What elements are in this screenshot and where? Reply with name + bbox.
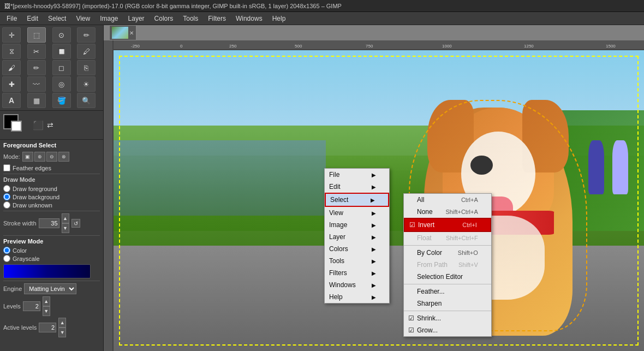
- menu-tools[interactable]: Tools: [178, 14, 202, 23]
- sub-none[interactable]: None Shift+Ctrl+A: [404, 206, 491, 218]
- preview-color-radio[interactable]: [3, 247, 10, 254]
- sub-invert-shortcut: Ctrl+I: [462, 222, 477, 228]
- ctx-help[interactable]: Help ▶: [325, 291, 389, 303]
- levels-down[interactable]: ▼: [43, 306, 50, 316]
- sub-frompath[interactable]: From Path Shift+V: [404, 259, 491, 271]
- ctx-filters[interactable]: Filters ▶: [325, 267, 389, 279]
- tool-fill[interactable]: 🪣: [52, 93, 71, 108]
- menu-select[interactable]: Select: [44, 14, 70, 23]
- sub-seleditor[interactable]: Selection Editor: [404, 271, 491, 283]
- menu-windows[interactable]: Windows: [231, 14, 267, 23]
- active-levels-down[interactable]: ▼: [58, 328, 66, 337]
- sub-feather-check: [408, 288, 417, 295]
- mode-icons: ▣ ⊕ ⊖ ⊗: [22, 152, 69, 162]
- tool-foreground-select[interactable]: 🔲: [52, 44, 71, 59]
- tool-rect-select[interactable]: ⬚: [27, 27, 46, 43]
- sub-feather[interactable]: Feather...: [404, 285, 491, 298]
- sub-float[interactable]: Float Shift+Ctrl+F: [404, 232, 491, 244]
- menu-edit[interactable]: Edit: [22, 14, 43, 23]
- sub-grow[interactable]: ☑ Grow...: [404, 324, 491, 336]
- tool-blur[interactable]: ◎: [52, 76, 71, 92]
- sub-sharpen[interactable]: Sharpen: [404, 298, 491, 310]
- mode-replace[interactable]: ▣: [22, 152, 33, 162]
- tool-dodge[interactable]: ☀: [77, 76, 96, 92]
- ctx-filters-label: Filters: [329, 269, 347, 277]
- active-levels-input[interactable]: [39, 323, 56, 332]
- ctx-view[interactable]: View ▶: [325, 207, 389, 219]
- canvas-area[interactable]: ✕ -250 0 250 500 750 1000 1250 1500: [104, 25, 644, 351]
- menu-layer[interactable]: Layer: [124, 14, 149, 23]
- sub-bycolor[interactable]: By Color Shift+O: [404, 247, 491, 259]
- tool-paint[interactable]: 🖌: [2, 60, 21, 75]
- tool-paths[interactable]: 🖊: [77, 44, 96, 59]
- ctx-image[interactable]: Image ▶: [325, 219, 389, 231]
- mode-subtract[interactable]: ⊖: [46, 152, 57, 162]
- menu-image[interactable]: Image: [96, 14, 122, 23]
- tool-fuzzy-select[interactable]: ⧖: [2, 44, 21, 59]
- active-levels-row: Active levels ▲ ▼: [3, 318, 100, 337]
- sub-float-shortcut: Shift+Ctrl+F: [446, 235, 478, 241]
- ctx-image-label: Image: [329, 221, 347, 229]
- tab-close-button[interactable]: ✕: [129, 30, 134, 36]
- sub-feather-label: Feather...: [417, 288, 467, 295]
- preview-color-option: Color: [3, 247, 100, 254]
- tool-eraser[interactable]: ◻: [52, 60, 71, 75]
- tool-text[interactable]: A: [2, 93, 21, 108]
- stroke-width-reset[interactable]: ↺: [71, 219, 80, 228]
- preview-grayscale-option: Grayscale: [3, 255, 100, 262]
- ctx-select[interactable]: Select ▶: [325, 193, 389, 207]
- mode-add[interactable]: ⊕: [34, 152, 45, 162]
- background-color[interactable]: [11, 121, 22, 132]
- tool-zoom[interactable]: 🔍: [77, 93, 96, 108]
- sub-shrink-label: Shrink...: [417, 314, 467, 322]
- tool-free-select[interactable]: ✏: [77, 27, 96, 43]
- tool-smudge[interactable]: 〰: [27, 76, 46, 92]
- tool-move[interactable]: ✛: [2, 27, 21, 43]
- levels-input[interactable]: [23, 301, 40, 311]
- stroke-width-up[interactable]: ▲: [62, 213, 69, 223]
- menu-file[interactable]: File: [2, 14, 21, 23]
- draw-foreground-radio[interactable]: [3, 185, 10, 192]
- stroke-width-input[interactable]: [39, 218, 59, 228]
- ctx-layer[interactable]: Layer ▶: [325, 231, 389, 243]
- menu-colors[interactable]: Colors: [150, 14, 178, 23]
- draw-unknown-radio[interactable]: [3, 201, 10, 209]
- tool-gradient[interactable]: ▦: [27, 93, 46, 108]
- sub-invert[interactable]: ☑ Invert Ctrl+I: [404, 218, 491, 232]
- draw-background-radio[interactable]: [3, 193, 10, 200]
- stroke-width-row: Stroke width ▲ ▼ ↺: [3, 213, 100, 233]
- divider2: [3, 211, 100, 211]
- titlebar-text: *[pexels-hnoody93-58997] (imported)-17.0…: [10, 3, 342, 9]
- tool-ellipse-select[interactable]: ⊙: [52, 27, 71, 43]
- sub-frompath-shortcut: Shift+V: [458, 261, 478, 268]
- mode-intersect[interactable]: ⊗: [58, 152, 69, 162]
- preview-grayscale-radio[interactable]: [3, 255, 10, 262]
- image-tab: ✕: [109, 25, 136, 40]
- ctx-windows[interactable]: Windows ▶: [325, 279, 389, 291]
- stroke-width-down[interactable]: ▼: [62, 223, 69, 233]
- menu-view[interactable]: View: [71, 14, 94, 23]
- menu-help[interactable]: Help: [268, 14, 290, 23]
- menu-filters[interactable]: Filters: [204, 14, 230, 23]
- feather-edges-checkbox[interactable]: [3, 164, 10, 171]
- swap-colors-icon[interactable]: ⇄: [47, 121, 53, 129]
- tool-clone[interactable]: ⎘: [77, 60, 96, 75]
- reset-colors-icon[interactable]: ⬛: [33, 120, 44, 130]
- gradient-bar[interactable]: [3, 264, 91, 278]
- ctx-colors[interactable]: Colors ▶: [325, 243, 389, 255]
- tool-scissors[interactable]: ✂: [27, 44, 46, 59]
- sub-all[interactable]: All Ctrl+A: [404, 194, 491, 206]
- ctx-edit[interactable]: Edit ▶: [325, 181, 389, 193]
- tool-pencil[interactable]: ✏: [27, 60, 46, 75]
- svg-text:0: 0: [180, 44, 183, 49]
- ctx-tools[interactable]: Tools ▶: [325, 255, 389, 267]
- sub-shrink[interactable]: ☑ Shrink...: [404, 312, 491, 324]
- active-levels-up[interactable]: ▲: [58, 318, 66, 328]
- ctx-file[interactable]: File ▶: [325, 169, 389, 181]
- image-thumbnail[interactable]: [112, 27, 128, 39]
- sub-none-check: [408, 208, 417, 216]
- ctx-tools-arrow: ▶: [372, 258, 376, 264]
- tool-heal[interactable]: ✚: [2, 76, 21, 92]
- engine-select[interactable]: Matting Levin: [24, 283, 76, 294]
- levels-up[interactable]: ▲: [43, 296, 50, 306]
